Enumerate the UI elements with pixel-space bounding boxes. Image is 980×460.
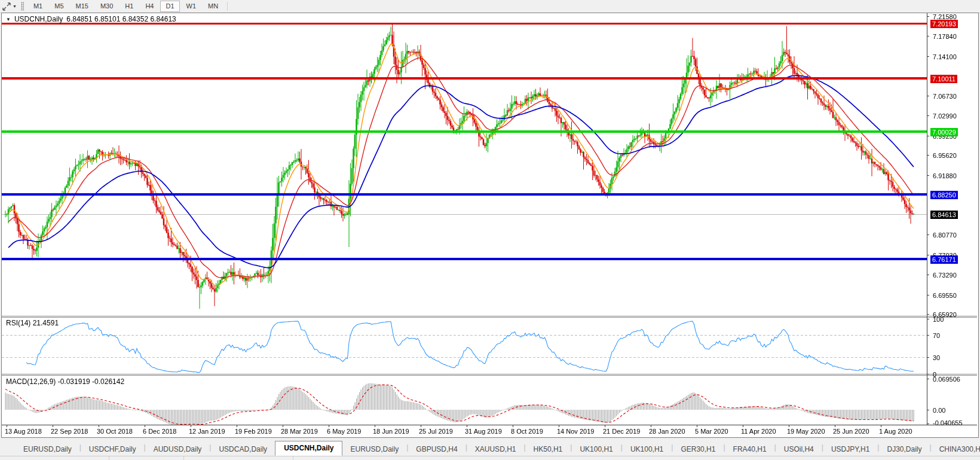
chart-tab-gbpusd-6[interactable]: GBPUSD,H4 — [408, 443, 465, 456]
price-axis-tick: 6.91880 — [933, 172, 957, 179]
timeframe-button-d1[interactable]: D1 — [160, 1, 179, 12]
date-axis-label: 8 Oct 2019 — [511, 428, 543, 435]
chart-tab-eurusd-0[interactable]: EURUSD,Daily — [16, 443, 79, 456]
date-axis-label: 31 Aug 2019 — [465, 428, 502, 435]
price-axis-tick: 7.14100 — [933, 53, 957, 60]
date-axis-label: 6 May 2019 — [327, 428, 361, 435]
date-axis-label: 28 Mar 2019 — [281, 428, 318, 435]
bottom-strip — [0, 456, 980, 460]
macd-pane-label: MACD(12,26,9) -0.031919 -0.026142 — [6, 377, 124, 386]
date-axis-label: 1 Aug 2020 — [879, 428, 912, 435]
chart-tab-xauusd-7[interactable]: XAUUSD,H1 — [467, 443, 524, 456]
level-price-label: 7.00029 — [930, 128, 958, 136]
chart-tab-usoil-13[interactable]: USOil,H4 — [776, 443, 822, 456]
chart-tab-ger30-11[interactable]: GER30,H1 — [673, 443, 723, 456]
date-axis-label: 14 Nov 2019 — [557, 428, 594, 435]
price-axis-tick: 7.17840 — [933, 33, 957, 40]
price-axis-tick: 6.73290 — [933, 272, 957, 279]
date-axis-label: 19 Feb 2019 — [235, 428, 272, 435]
toolbar-grip[interactable] — [21, 2, 24, 11]
chart-symbol-label: USDCNH,Daily — [14, 15, 63, 23]
chart-tab-hk50-8[interactable]: HK50,H1 — [526, 443, 571, 456]
chart-tab-uk100-10[interactable]: UK100,H1 — [623, 443, 671, 456]
rsi-axis-tick: 30 — [933, 354, 940, 361]
chart-tab-usdcad-3[interactable]: USDCAD,Daily — [211, 443, 275, 456]
level-price-label: 7.10011 — [930, 75, 957, 83]
timeframe-buttons: M1M5M15M30H1H4D1W1MN — [27, 1, 224, 12]
level-price-label: 7.20193 — [930, 20, 958, 28]
strip-separator — [293, 456, 293, 460]
strip-separator — [183, 456, 184, 460]
chart-tab-usdjpy-14[interactable]: USDJPY,H1 — [823, 443, 877, 456]
date-axis-label: 12 Jan 2019 — [189, 428, 225, 435]
chart-tab-fra40-12[interactable]: FRA40,H1 — [725, 443, 774, 456]
chart-tabbar: EURUSD,Daily|USDCHF,Daily|AUDUSD,Daily|U… — [0, 440, 980, 456]
rsi-pane-label: RSI(14) 21.4591 — [6, 319, 59, 327]
date-axis-label: 18 Jun 2019 — [373, 428, 409, 435]
price-axis-tick: 7.21580 — [933, 13, 957, 20]
macd-axis-tick: 0.069506 — [933, 376, 960, 383]
date-axis-label: 25 Jul 2019 — [419, 428, 453, 435]
date-axis-label: 21 Dec 2019 — [603, 428, 640, 435]
chart-tab-usdchf-1[interactable]: USDCHF,Daily — [81, 443, 144, 456]
date-axis-label: 19 May 2020 — [787, 428, 825, 435]
toolbar-separator — [227, 2, 228, 11]
date-axis-label: 28 Jan 2020 — [649, 428, 685, 435]
macd-axis-tick: -0.040655 — [933, 419, 963, 427]
date-axis-label: 13 Aug 2018 — [5, 428, 42, 435]
date-axis-label: 22 Sep 2018 — [51, 428, 88, 435]
date-axis-label: 25 Jun 2020 — [833, 428, 869, 435]
timeframe-button-m30[interactable]: M30 — [95, 1, 118, 12]
chart-window: ▼ USDCNH,Daily 6.84851 6.85101 6.84352 6… — [1, 13, 979, 438]
macd-axis-tick: 0.00 — [933, 407, 945, 414]
timeframe-button-m5[interactable]: M5 — [49, 1, 69, 12]
current-price-label: 6.84613 — [930, 211, 958, 219]
level-price-label: 6.76171 — [930, 255, 958, 264]
price-axis-tick: 7.02990 — [933, 112, 957, 120]
date-axis-label: 30 Oct 2018 — [97, 428, 133, 435]
chart-tab-china300-16[interactable]: CHINA300,H1 — [932, 443, 980, 456]
cursor-tool-icon[interactable] — [1, 2, 12, 11]
level-price-label: 6.88250 — [930, 191, 958, 199]
price-axis-tick: 6.95620 — [933, 152, 957, 159]
chart-title: ▼ USDCNH,Daily 6.84851 6.85101 6.84352 6… — [6, 15, 176, 23]
chart-ohlc-values: 6.84851 6.85101 6.84352 6.84613 — [66, 15, 176, 23]
chart-tab-uk100-9[interactable]: UK100,H1 — [572, 443, 620, 456]
chart-title-caret-icon[interactable]: ▼ — [6, 17, 11, 22]
date-axis-label: 11 Apr 2020 — [741, 428, 776, 435]
timeframe-button-h1[interactable]: H1 — [120, 1, 139, 12]
mt4-window: ▼ M1M5M15M30H1H4D1W1MN ▼ USDCNH,Daily 6.… — [0, 0, 980, 460]
chevron-down-icon[interactable]: ▼ — [13, 4, 17, 8]
timeframe-button-w1[interactable]: W1 — [181, 1, 202, 12]
price-chart-canvas[interactable] — [2, 13, 977, 436]
timeframe-button-mn[interactable]: MN — [203, 1, 223, 12]
chart-tab-usdcnh-4[interactable]: USDCNH,Daily — [275, 441, 342, 456]
price-axis-tick: 7.06730 — [933, 93, 957, 100]
date-axis-label: 5 Mar 2020 — [695, 428, 728, 435]
chart-tab-eurusd-5[interactable]: EURUSD,Daily — [342, 443, 406, 456]
timeframe-button-m1[interactable]: M1 — [28, 1, 48, 12]
chart-tab-dj30-15[interactable]: DJ30,Daily — [879, 443, 929, 456]
rsi-axis-tick: 70 — [933, 332, 940, 339]
timeframe-toolbar: ▼ M1M5M15M30H1H4D1W1MN — [0, 0, 980, 13]
chart-tab-audusd-2[interactable]: AUDUSD,Daily — [146, 443, 210, 456]
price-axis-tick: 6.69550 — [933, 292, 957, 299]
timeframe-button-h4[interactable]: H4 — [140, 1, 159, 12]
strip-separator — [109, 456, 109, 460]
rsi-axis-tick: 100 — [933, 316, 944, 323]
date-axis-label: 6 Dec 2018 — [143, 428, 176, 435]
price-axis-tick: 6.80770 — [933, 231, 957, 239]
timeframe-button-m15[interactable]: M15 — [71, 1, 94, 12]
